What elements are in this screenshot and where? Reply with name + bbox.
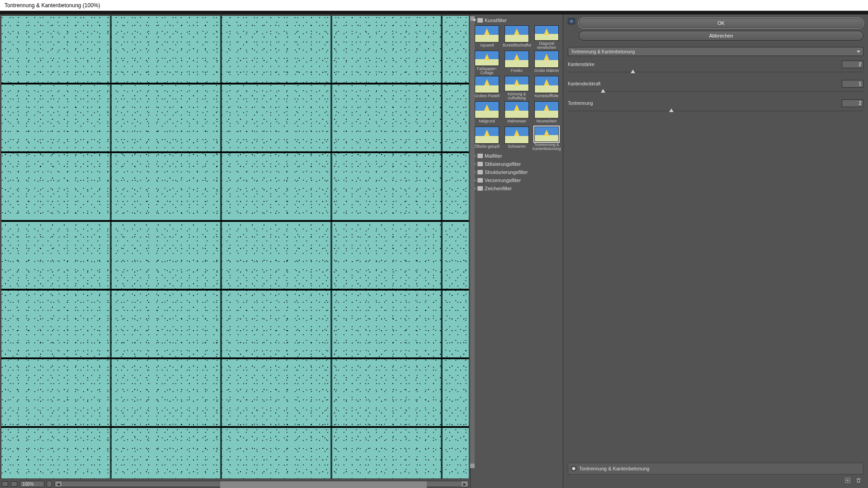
filter-thumbnail[interactable]: Kunststofffolie	[532, 76, 561, 100]
filter-thumbnail[interactable]: Neonschein	[532, 101, 561, 126]
thumbnail-label: Grobes Pastell	[474, 94, 500, 98]
thumbnail-image	[475, 76, 499, 93]
filter-category[interactable]: Kunstfilter	[472, 16, 562, 24]
thumbnail-label: Grobe Malerei	[534, 69, 559, 73]
slider-handle[interactable]	[631, 70, 635, 73]
panel-menu-icon[interactable]: ≡	[568, 18, 575, 24]
thumbnail-label: Malgrund	[479, 119, 495, 123]
thumbnail-label: Fresko	[511, 69, 523, 73]
folder-icon	[477, 18, 483, 23]
filter-thumbnail[interactable]: Malgrund	[472, 101, 501, 126]
slider-value-input[interactable]: 1	[842, 80, 863, 88]
thumbnail-image	[534, 25, 559, 41]
filter-category[interactable]: Verzerrungsfilter	[472, 176, 562, 184]
slider-track[interactable]	[568, 108, 863, 114]
slider-value-input[interactable]: 2	[842, 99, 863, 107]
delete-effect-layer-button[interactable]	[855, 477, 862, 485]
image-preview[interactable]	[1, 15, 469, 479]
thumbnail-label: Kunststofffolie	[534, 94, 558, 98]
menu-strip	[0, 11, 868, 14]
visibility-eye-icon[interactable]	[571, 466, 576, 471]
folder-icon	[477, 170, 483, 174]
thumbnail-label: Aquarell	[480, 43, 494, 47]
window-title: Tontrennung & Kantenbetonung (100%)	[5, 2, 100, 9]
category-label: Stilisierungsfilter	[485, 161, 521, 167]
scroll-down-icon[interactable]	[470, 464, 475, 468]
filter-thumbnail[interactable]: Grobes Pastell	[472, 76, 501, 100]
thumbnail-grid: AquarellBuntstiftschraffurDiagonal verwi…	[472, 24, 562, 152]
filter-category[interactable]: Stilisierungsfilter	[472, 160, 562, 168]
chevron-down-icon	[857, 51, 860, 53]
actual-pixels-button[interactable]	[11, 481, 17, 487]
workspace: 100% ◄ ► KunstfilterAquarellBuntstiftsch…	[0, 14, 868, 488]
thumbnail-label: Buntstiftschraffur	[503, 43, 531, 47]
controls-panel: ≡ OK Abbrechen Tontrennung & Kantenbeton…	[563, 14, 868, 488]
filter-thumbnail[interactable]: Diagonal verwischen	[532, 25, 561, 50]
slider-label: Tontrennung	[568, 101, 593, 106]
category-label: Verzerrungsfilter	[485, 178, 521, 183]
filter-thumbnail[interactable]: Ölfarbe getupft	[472, 127, 501, 151]
slider-track[interactable]	[568, 89, 863, 95]
ok-label: OK	[717, 20, 725, 26]
filter-select[interactable]: Tontrennung & Kantenbetonung	[568, 47, 863, 56]
cancel-label: Abbrechen	[709, 33, 733, 38]
effect-layer-list: Tontrennung & Kantenbetonung	[568, 463, 863, 485]
thumbnail-image	[475, 51, 499, 66]
folder-icon	[477, 186, 483, 191]
filter-gallery: KunstfilterAquarellBuntstiftschraffurDia…	[470, 14, 563, 488]
preview-horizontal-scrollbar[interactable]: ◄ ►	[55, 481, 468, 487]
thumbnail-label: Tontrennung & Kantenbetonung	[533, 143, 561, 151]
slider-value-input[interactable]: 2	[842, 61, 863, 68]
category-label: Strukturierungsfilter	[485, 169, 528, 175]
slider-handle[interactable]	[601, 89, 605, 93]
preview-vertical-scrollbar[interactable]	[470, 16, 475, 468]
ok-button[interactable]: OK	[579, 18, 863, 28]
filter-category[interactable]: Malfilter	[472, 152, 562, 160]
zoom-value: 100%	[22, 482, 34, 487]
filter-category[interactable]: Strukturierungsfilter	[472, 168, 562, 176]
thumbnail-image	[475, 25, 499, 42]
new-effect-layer-button[interactable]	[844, 477, 851, 485]
filter-thumbnail[interactable]: Farbpapier-Collage	[472, 51, 501, 75]
thumbnail-image	[534, 51, 559, 68]
category-label: Kunstfilter	[485, 18, 507, 23]
slider-2: Tontrennung2	[568, 99, 863, 114]
thumbnail-image	[534, 101, 559, 118]
thumbnail-image	[505, 25, 529, 42]
thumbnail-image	[534, 76, 559, 93]
filter-category[interactable]: Zeichenfilter	[472, 184, 562, 192]
filter-thumbnail[interactable]: Buntstiftschraffur	[502, 25, 531, 50]
cancel-button[interactable]: Abbrechen	[579, 31, 863, 41]
thumbnail-label: Diagonal verwischen	[533, 42, 561, 50]
slider-label: Kantendeckkraft	[568, 81, 600, 86]
slider-track[interactable]	[568, 69, 863, 75]
filter-thumbnail[interactable]: Grobe Malerei	[532, 51, 561, 75]
thumbnail-image	[475, 101, 499, 118]
zoom-dropdown[interactable]	[47, 481, 52, 487]
preview-column: 100% ◄ ►	[0, 14, 470, 488]
thumbnail-image	[505, 76, 529, 91]
fit-view-button[interactable]	[2, 481, 8, 487]
filter-thumbnail[interactable]: Tontrennung & Kantenbetonung	[532, 127, 561, 151]
folder-icon	[477, 162, 483, 166]
scroll-right-icon[interactable]: ►	[462, 481, 468, 487]
slider-handle[interactable]	[669, 108, 674, 112]
effect-layer-row[interactable]: Tontrennung & Kantenbetonung	[568, 463, 863, 474]
slider-0: Kantenstärke2	[568, 61, 863, 75]
thumbnail-image	[534, 127, 559, 142]
filter-thumbnail[interactable]: Schwamm	[502, 127, 531, 151]
filter-thumbnail[interactable]: Malmesser	[502, 101, 531, 126]
filter-thumbnail[interactable]: Aquarell	[472, 25, 501, 50]
panel-menu-glyph: ≡	[570, 19, 572, 23]
filter-thumbnail[interactable]: Körnung & Aufhellung	[502, 76, 531, 100]
scroll-thumb[interactable]	[220, 481, 427, 488]
filter-thumbnail[interactable]: Fresko	[502, 51, 531, 75]
thumbnail-label: Malmesser	[507, 119, 526, 123]
thumbnail-label: Farbpapier-Collage	[473, 67, 501, 75]
scroll-left-icon[interactable]: ◄	[55, 481, 61, 487]
effect-layer-label: Tontrennung & Kantenbetonung	[579, 466, 649, 471]
thumbnail-image	[475, 127, 499, 144]
zoom-field[interactable]: 100%	[20, 481, 44, 487]
slider-label: Kantenstärke	[568, 62, 594, 67]
category-label: Zeichenfilter	[485, 186, 512, 191]
